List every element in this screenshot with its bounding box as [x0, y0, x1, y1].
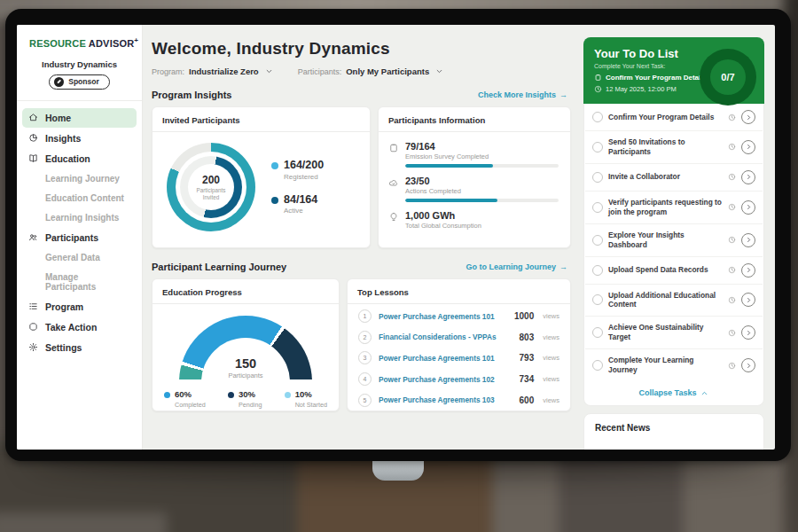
- task-row[interactable]: Explore Your Insights Dashboard: [585, 224, 763, 257]
- task-checkbox[interactable]: [592, 265, 603, 276]
- task-row[interactable]: Complete Your Learning Journey: [585, 349, 763, 381]
- sidebar-item-general-data[interactable]: General Data: [22, 248, 137, 267]
- task-checkbox[interactable]: [592, 294, 603, 305]
- todo-progress-ring: 0/7: [700, 49, 756, 106]
- program-dropdown[interactable]: Program: Industrialize Zero: [152, 66, 273, 76]
- page-title: Welcome, Industry Dynamics: [152, 39, 571, 59]
- home-icon: [28, 113, 38, 122]
- card-title: Top Lessons: [348, 279, 570, 304]
- task-open-button[interactable]: [741, 110, 755, 124]
- sidebar-item-participants[interactable]: Participants: [22, 228, 137, 247]
- legend-registered: 164/200 Registered: [271, 160, 324, 181]
- task-row[interactable]: Verify participants requesting to join t…: [585, 192, 763, 224]
- task-row[interactable]: Achieve One Sustainability Target: [585, 317, 763, 349]
- task-list: Confirm Your Program Details Send 50 Inv…: [583, 104, 764, 406]
- clock-icon: [728, 236, 736, 244]
- lesson-link[interactable]: Power Purchase Agreements 102: [379, 375, 512, 384]
- check-more-insights-link[interactable]: Check More Insights →: [478, 90, 567, 99]
- section-title: Participant Learning Journey: [152, 262, 286, 272]
- stat-emission-survey: 79/164 Emission Survey Completed: [388, 141, 559, 168]
- sidebar-item-learning-journey[interactable]: Learning Journey: [22, 169, 137, 188]
- card-title: Participants Information: [379, 107, 570, 132]
- task-open-button[interactable]: [741, 325, 755, 340]
- section-title: Program Insights: [152, 90, 231, 100]
- task-row[interactable]: Upload Additional Educational Content: [585, 285, 763, 317]
- task-row[interactable]: Upload Spend Data Records: [585, 257, 763, 285]
- task-checkbox[interactable]: [592, 112, 603, 122]
- task-checkbox[interactable]: [592, 142, 603, 153]
- chevron-right-icon: [746, 297, 752, 303]
- task-open-button[interactable]: [741, 233, 755, 247]
- gauge-legend: 60% Completed 30% Pending 10% Not Starte…: [153, 390, 339, 409]
- actions-icon: [388, 177, 399, 188]
- card-title: Education Progress: [153, 279, 339, 304]
- sidebar-item-insights[interactable]: Insights: [22, 129, 137, 148]
- education-progress-card: Education Progress 150 Participants 60% …: [152, 278, 340, 411]
- card-title: Invited Participants: [153, 107, 370, 132]
- task-checkbox[interactable]: [592, 327, 603, 338]
- app-logo: RESOURCE ADVISOR+: [17, 36, 142, 49]
- task-open-button[interactable]: [741, 293, 755, 307]
- clock-icon: [594, 85, 602, 93]
- lesson-row: 5 Power Purchase Agreements 103 600 view…: [358, 394, 559, 407]
- clock-icon: [728, 143, 736, 151]
- chevron-right-icon: [746, 114, 752, 121]
- task-open-button[interactable]: [741, 200, 755, 215]
- lesson-link[interactable]: Power Purchase Agreements 103: [379, 395, 512, 404]
- education-icon: [28, 153, 38, 163]
- lesson-row: 3 Power Purchase Agreements 101 793 view…: [358, 351, 559, 364]
- participants-dropdown[interactable]: Participants: Only My Participants: [298, 66, 444, 76]
- clock-icon: [728, 296, 736, 304]
- program-insights-header: Program Insights Check More Insights →: [152, 90, 571, 100]
- sidebar-item-settings[interactable]: Settings: [22, 338, 137, 357]
- invited-participants-card: Invited Participants 200 Participants In…: [152, 106, 371, 248]
- sidebar-item-home[interactable]: Home: [22, 108, 137, 128]
- rank-badge: 1: [358, 309, 372, 323]
- sidebar-item-program[interactable]: Program: [22, 297, 137, 317]
- legend-active: 84/164 Active: [271, 194, 324, 215]
- learning-card-row: Education Progress 150 Participants 60% …: [152, 278, 571, 411]
- sidebar-item-take-action[interactable]: Take Action: [22, 317, 137, 337]
- sidebar-item-education-content[interactable]: Education Content: [22, 189, 137, 207]
- clock-icon: [728, 362, 736, 370]
- sidebar-item-manage-participants[interactable]: Manage Participants: [22, 268, 137, 296]
- chevron-right-icon: [746, 174, 752, 180]
- collapse-tasks-link[interactable]: Collapse Tasks: [585, 381, 763, 405]
- task-open-button[interactable]: [741, 358, 755, 372]
- clock-icon: [728, 266, 736, 274]
- stat-progress: [405, 199, 559, 202]
- task-checkbox[interactable]: [592, 235, 603, 246]
- sponsor-badge[interactable]: Sponsor: [49, 74, 109, 90]
- go-to-learning-journey-link[interactable]: Go to Learning Journey →: [466, 262, 567, 271]
- legend-pending: 30% Pending: [228, 390, 262, 409]
- sidebar-divider: [17, 100, 142, 101]
- legend-completed: 60% Completed: [164, 390, 206, 409]
- task-row[interactable]: Invite a Collaborator: [585, 164, 763, 192]
- logo-resource: RESOURCE: [29, 38, 86, 49]
- task-row[interactable]: Send 50 Invitations to Participants: [585, 131, 763, 164]
- todo-counter: 0/7: [710, 59, 746, 95]
- task-checkbox[interactable]: [592, 360, 603, 371]
- background-light-streak: [0, 512, 167, 532]
- participants-icon: [28, 232, 38, 242]
- take-action-icon: [28, 322, 38, 332]
- sidebar-item-learning-insights[interactable]: Learning Insights: [22, 208, 137, 227]
- lesson-link[interactable]: Power Purchase Agreements 101: [379, 354, 512, 363]
- task-checkbox[interactable]: [592, 172, 603, 183]
- lesson-row: 4 Power Purchase Agreements 102 734 view…: [358, 372, 559, 386]
- clipboard-icon: [594, 74, 602, 82]
- monitor-bezel: RESOURCE ADVISOR+ Industry Dynamics Spon…: [5, 9, 791, 461]
- task-row[interactable]: Confirm Your Program Details: [585, 104, 763, 131]
- lesson-link[interactable]: Financial Considerations - VPPAs: [379, 332, 512, 341]
- lesson-link[interactable]: Power Purchase Agreements 101: [379, 312, 507, 321]
- task-checkbox[interactable]: [592, 202, 603, 213]
- sidebar-item-education[interactable]: Education: [22, 149, 137, 168]
- task-open-button[interactable]: [741, 263, 755, 278]
- task-open-button[interactable]: [741, 170, 755, 184]
- donut-outer: 200 Participants Invited: [167, 143, 255, 231]
- legend-dot: [271, 162, 278, 169]
- dashboard-screen: RESOURCE ADVISOR+ Industry Dynamics Spon…: [17, 25, 775, 450]
- task-open-button[interactable]: [741, 140, 755, 154]
- clock-icon: [728, 113, 736, 121]
- todo-card: Your To Do List Complete Your Next Task:…: [583, 37, 764, 104]
